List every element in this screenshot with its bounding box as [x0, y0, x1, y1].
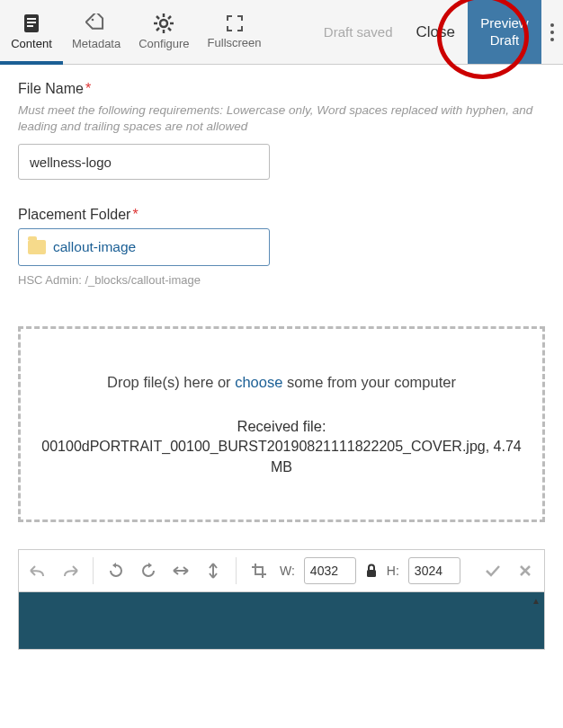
fullscreen-icon	[226, 14, 244, 32]
toolbar: Content Metadata Configure Fullscreen Dr…	[0, 0, 563, 65]
tab-content[interactable]: Content	[0, 0, 63, 64]
svg-line-12	[156, 28, 159, 31]
received-file-name: 00100dPORTRAIT_00100_BURST20190821111822…	[40, 437, 523, 477]
required-marker: *	[85, 81, 91, 96]
file-name-input[interactable]	[18, 144, 270, 180]
rotate-left-button[interactable]	[104, 557, 128, 584]
draft-saved-status: Draft saved	[313, 0, 404, 64]
tab-configure[interactable]: Configure	[130, 0, 198, 64]
crop-button[interactable]	[247, 557, 271, 584]
tab-metadata[interactable]: Metadata	[63, 0, 130, 64]
file-name-hint: Must meet the following requirements: Lo…	[18, 102, 545, 135]
dropzone-instruction: Drop file(s) here or choose some from yo…	[107, 372, 456, 393]
width-label: W:	[280, 564, 295, 578]
placement-folder-value: callout-image	[53, 239, 136, 255]
rotate-right-button[interactable]	[137, 557, 160, 584]
tab-label: Fullscreen	[208, 36, 262, 49]
svg-rect-1	[27, 18, 36, 20]
choose-file-link[interactable]: choose	[235, 374, 282, 390]
flip-vertical-button[interactable]	[201, 557, 225, 584]
image-preview[interactable]: ▲	[18, 592, 545, 650]
close-button[interactable]: Close	[404, 0, 468, 64]
svg-line-13	[168, 16, 171, 19]
tab-label: Configure	[139, 37, 189, 50]
svg-point-4	[92, 19, 94, 22]
file-dropzone[interactable]: Drop file(s) here or choose some from yo…	[18, 326, 545, 522]
content-area: File Name* Must meet the following requi…	[0, 65, 563, 666]
placement-folder-breadcrumb: HSC Admin: /_blocks/callout-image	[18, 273, 545, 287]
tag-icon	[85, 13, 107, 33]
height-input[interactable]	[408, 557, 460, 584]
svg-rect-2	[27, 22, 36, 23]
placement-folder-picker[interactable]: callout-image	[18, 228, 270, 266]
tab-fullscreen[interactable]: Fullscreen	[199, 0, 271, 64]
redo-button[interactable]	[58, 557, 82, 584]
flip-horizontal-button[interactable]	[169, 557, 192, 584]
width-input[interactable]	[304, 557, 356, 584]
cancel-button[interactable]	[514, 557, 537, 584]
tab-label: Metadata	[72, 37, 121, 50]
scroll-up-indicator[interactable]: ▲	[532, 596, 541, 605]
folder-icon	[28, 240, 46, 254]
svg-rect-14	[367, 570, 376, 577]
undo-button[interactable]	[26, 557, 49, 584]
gear-icon	[154, 13, 174, 33]
image-editor-toolbar: W: H:	[18, 549, 545, 592]
preview-draft-button[interactable]: Preview Draft	[468, 0, 541, 64]
placement-folder-label: Placement Folder*	[18, 207, 545, 223]
svg-line-10	[156, 16, 159, 19]
more-menu-button[interactable]	[541, 0, 563, 64]
lock-aspect-button[interactable]	[365, 564, 378, 578]
received-file-label: Received file:	[237, 416, 326, 437]
svg-rect-3	[27, 25, 33, 27]
svg-point-5	[160, 20, 167, 27]
file-name-label: File Name*	[18, 81, 545, 97]
confirm-button[interactable]	[481, 557, 505, 584]
height-label: H:	[387, 564, 399, 578]
svg-line-11	[168, 28, 171, 31]
document-icon	[22, 13, 40, 33]
required-marker: *	[132, 207, 138, 222]
tab-label: Content	[11, 37, 52, 50]
